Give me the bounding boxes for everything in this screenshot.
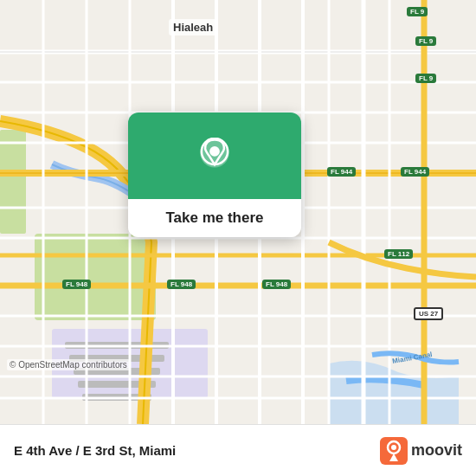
- svg-rect-1: [35, 234, 156, 320]
- popup-bottom[interactable]: Take me there: [128, 199, 301, 237]
- fl944-shield-1: FL 944: [327, 167, 356, 177]
- popup-top: [128, 113, 301, 199]
- fl9-shield-2: FL 9: [415, 36, 436, 46]
- fl948-shield-3: FL 948: [262, 280, 291, 289]
- address-section: E 4th Ave / E 3rd St, Miami: [14, 443, 176, 458]
- moovit-label: moovit: [411, 441, 462, 460]
- svg-point-41: [391, 445, 396, 450]
- map-container: Hialeah FL 9 FL 9 FL 9 US 27 US 27 FL 94…: [0, 0, 476, 424]
- moovit-icon: [380, 437, 408, 465]
- svg-point-38: [210, 147, 219, 156]
- take-me-there-button[interactable]: Take me there: [165, 209, 263, 226]
- address-label: E 4th Ave / E 3rd St, Miami: [14, 443, 176, 458]
- copyright-text: © OpenStreetMap contributors: [7, 359, 130, 370]
- fl948-shield-2: FL 948: [167, 280, 196, 289]
- fl9-shield-3: FL 9: [415, 74, 436, 83]
- bottom-bar: E 4th Ave / E 3rd St, Miami moovit: [0, 424, 476, 476]
- fl112-shield: FL 112: [384, 249, 413, 259]
- popup-card: Take me there: [128, 113, 301, 237]
- fl944-shield-2: FL 944: [401, 167, 429, 177]
- us27-shield-2: US 27: [414, 307, 443, 320]
- svg-rect-2: [0, 130, 26, 234]
- location-pin-icon: [196, 138, 233, 174]
- fl948-shield-1: FL 948: [62, 280, 91, 289]
- moovit-logo: moovit: [380, 437, 462, 465]
- hialeah-label: Hialeah: [169, 19, 217, 35]
- fl9-shield-1: FL 9: [407, 7, 428, 16]
